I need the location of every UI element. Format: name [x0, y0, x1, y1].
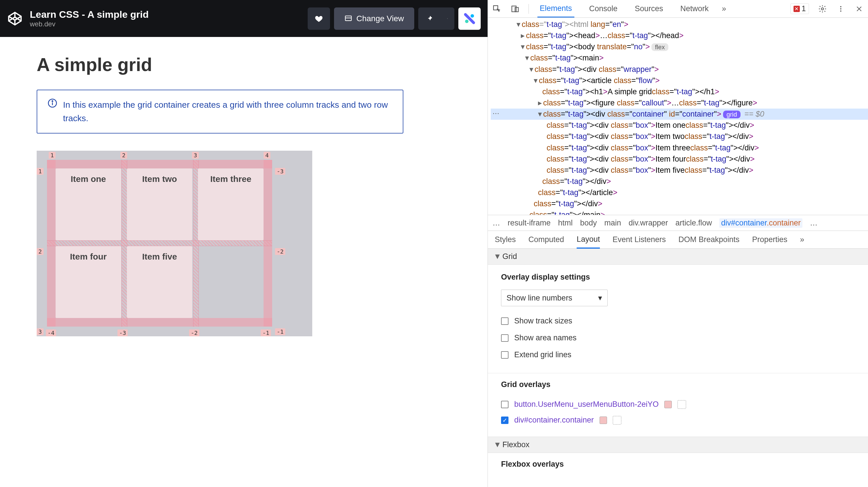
dom-node[interactable]: ▸class="t-tag"><head>…class="t-tag"></he…: [491, 30, 868, 41]
devtools-tab-console[interactable]: Console: [587, 0, 620, 18]
kebab-menu-icon[interactable]: [836, 4, 846, 14]
device-toggle-icon[interactable]: [510, 4, 520, 14]
checkbox-label: Show area names: [514, 333, 577, 342]
dom-node[interactable]: class="t-tag"></article>: [491, 187, 868, 198]
breadcrumb-item[interactable]: div#container.container: [719, 218, 802, 228]
dom-node[interactable]: ▾class="t-tag"><div class="wrapper">: [491, 64, 868, 75]
flexbox-section-label: Flexbox: [502, 440, 530, 449]
breadcrumb-item[interactable]: result-iframe: [507, 219, 551, 227]
pin-button[interactable]: [418, 7, 441, 30]
breadcrumb-item[interactable]: html: [558, 219, 572, 227]
svg-point-17: [840, 10, 841, 11]
dom-node[interactable]: class="t-tag"><div class="box">Item five…: [491, 165, 868, 176]
dom-node[interactable]: ▾class="t-tag"><main>: [491, 53, 868, 64]
grid-line-label: 1: [37, 168, 43, 175]
devtools-tab-network[interactable]: Network: [678, 0, 711, 18]
close-devtools-icon[interactable]: [854, 4, 864, 14]
swatch-icon[interactable]: [599, 417, 607, 424]
checkbox-icon: [501, 401, 508, 408]
breadcrumb-item[interactable]: div.wrapper: [628, 219, 668, 227]
grid-overlay-item[interactable]: button.UserMenu_userMenuButton-2eiYO: [501, 396, 855, 412]
pen-title: Learn CSS - A simple grid: [30, 9, 149, 20]
dom-node[interactable]: class="t-tag"></div>: [491, 176, 868, 187]
swatch-icon[interactable]: [664, 401, 672, 408]
overlay-settings-heading: Overlay display settings: [501, 273, 855, 282]
grid-line-label: 4: [264, 152, 271, 159]
grid-overlay-item[interactable]: div#container.container: [501, 412, 855, 428]
dom-node[interactable]: class="t-tag"></main>: [491, 209, 868, 215]
grid-overlays-heading: Grid overlays: [501, 380, 855, 389]
error-count: 1: [802, 4, 806, 13]
page-title: A simple grid: [37, 54, 451, 75]
breadcrumb-item[interactable]: …: [492, 219, 500, 227]
styles-tab-computed[interactable]: Computed: [529, 231, 564, 248]
error-x-icon: ✕: [794, 6, 800, 12]
styles-tab-layout[interactable]: Layout: [577, 231, 600, 249]
checkbox-icon: [501, 417, 508, 424]
dom-node[interactable]: class="t-tag"><h1>A simple gridclass="t-…: [491, 86, 868, 97]
svg-point-10: [52, 101, 53, 102]
grid-item: Item four: [56, 246, 121, 318]
grid-line-label: -3: [118, 330, 128, 336]
breadcrumb-item[interactable]: article.flow: [676, 219, 712, 227]
dom-node[interactable]: ▸class="t-tag"><figure class="callout">……: [491, 97, 868, 109]
grid-item: Item two: [127, 169, 192, 240]
styles-tab-dom-breakpoints[interactable]: DOM Breakpoints: [678, 231, 739, 248]
svg-point-7: [471, 14, 474, 18]
heart-button[interactable]: [308, 7, 330, 30]
devtools-more-tabs[interactable]: »: [720, 0, 728, 18]
grid-line-label: 2: [37, 248, 43, 255]
error-counter[interactable]: ✕ 1: [790, 3, 809, 14]
overlay-element-name: button.UserMenu_userMenuButton-2eiYO: [514, 400, 659, 409]
dom-node[interactable]: class="t-tag"><div class="box">Item thre…: [491, 142, 868, 154]
grid-line-label: 1: [49, 152, 56, 159]
breadcrumb-more[interactable]: …: [810, 219, 817, 227]
styles-tab-event-listeners[interactable]: Event Listeners: [613, 231, 666, 248]
settings-icon[interactable]: [817, 4, 827, 14]
dom-node[interactable]: ▾class="t-tag"><article class="flow">: [491, 75, 868, 86]
dom-node[interactable]: class="t-tag"></div>: [491, 198, 868, 209]
dom-node[interactable]: class="t-tag"><div class="box">Item onec…: [491, 120, 868, 131]
svg-point-16: [840, 8, 841, 9]
grid-section-label: Grid: [502, 252, 517, 261]
avatar-button[interactable]: [458, 7, 481, 30]
codepen-logo-icon[interactable]: [7, 10, 23, 27]
styles-tab-styles[interactable]: Styles: [495, 231, 516, 248]
dom-node[interactable]: ▾class="t-tag"><body translate="no">flex: [491, 41, 868, 53]
grid-line-label: -4: [46, 330, 56, 336]
svg-point-14: [821, 8, 824, 10]
grid-line-label: -2: [275, 248, 285, 255]
breadcrumb-item[interactable]: main: [604, 219, 621, 227]
svg-point-15: [840, 6, 841, 7]
grid-line-label: -1: [275, 328, 285, 335]
grid-item: Item three: [198, 169, 264, 240]
breadcrumb-item[interactable]: body: [580, 219, 597, 227]
checkbox-icon: [501, 351, 508, 359]
dom-node[interactable]: ▾class="t-tag"><html lang="en">: [491, 19, 868, 30]
inspect-icon[interactable]: [492, 4, 502, 14]
overlay-checkbox-row[interactable]: Show area names: [501, 330, 855, 346]
overlay-checkbox-row[interactable]: Extend grid lines: [501, 346, 855, 363]
dom-node[interactable]: class="t-tag"><div class="box">Item twoc…: [491, 131, 868, 142]
styles-more-tabs[interactable]: »: [800, 231, 804, 248]
codepen-header: Learn CSS - A simple grid web.dev Change…: [0, 0, 488, 37]
change-view-button[interactable]: Change View: [334, 7, 414, 30]
grid-demo: Item oneItem twoItem threeItem fourItem …: [37, 151, 312, 336]
devtools-tab-sources[interactable]: Sources: [632, 0, 665, 18]
flexbox-overlays-heading: Flexbox overlays: [501, 460, 855, 469]
styles-tab-properties[interactable]: Properties: [752, 231, 787, 248]
dom-breadcrumbs[interactable]: …result-iframehtmlbodymaindiv.wrapperart…: [488, 215, 868, 231]
dom-tree[interactable]: ▾class="t-tag"><html lang="en"> ▸class="…: [488, 18, 868, 215]
grid-section-header[interactable]: ▼Grid: [488, 249, 868, 265]
overlay-toggle-icon[interactable]: [678, 400, 686, 409]
dom-node[interactable]: ▾class="t-tag"><div class="container" id…: [491, 109, 868, 120]
pin-dropdown-button[interactable]: [441, 7, 454, 30]
grid-line-label: 2: [120, 152, 127, 159]
flexbox-section-header[interactable]: ▼Flexbox: [488, 437, 868, 453]
devtools-tab-elements[interactable]: Elements: [537, 0, 575, 18]
overlay-checkbox-row[interactable]: Show track sizes: [501, 312, 855, 330]
dom-node[interactable]: class="t-tag"><div class="box">Item four…: [491, 154, 868, 165]
line-numbers-select[interactable]: Show line numbers ▾: [501, 290, 608, 306]
info-callout: In this example the grid container creat…: [37, 90, 403, 133]
overlay-toggle-icon[interactable]: [613, 416, 621, 425]
